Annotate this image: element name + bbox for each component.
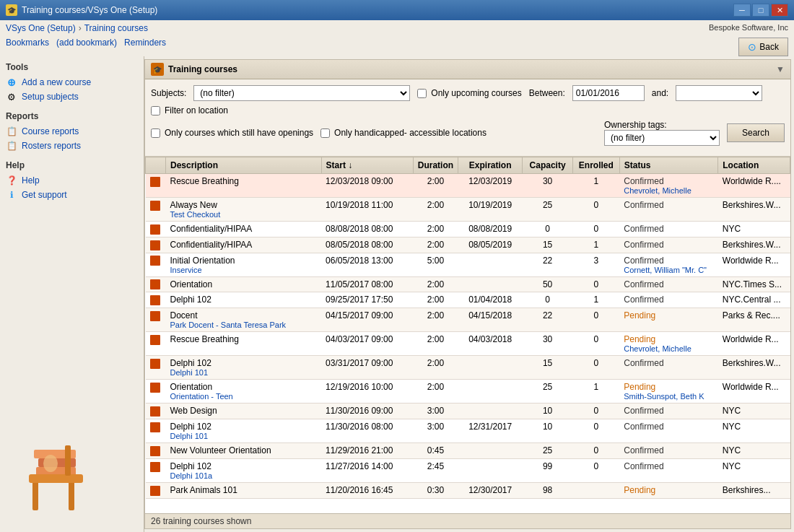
reminders-link[interactable]: Reminders	[124, 38, 166, 48]
table-row[interactable]: Docent Park Docent - Santa Teresa Park 0…	[146, 308, 790, 332]
col-enrolled[interactable]: Enrolled	[572, 157, 619, 174]
between-date-input[interactable]	[572, 85, 645, 101]
close-button[interactable]: ✕	[771, 4, 788, 17]
table-row[interactable]: Delphi 102 Delphi 101 11/30/2016 08:00 3…	[146, 419, 790, 443]
only-openings-checkbox[interactable]	[151, 128, 160, 138]
table-row[interactable]: Rescue Breathing 04/03/2017 09:00 2:00 0…	[146, 332, 790, 356]
status-main: Confirmed	[624, 358, 714, 368]
row-description-cell: Initial Orientation Inservice	[166, 253, 322, 276]
table-row[interactable]: Initial Orientation Inservice 06/05/2018…	[146, 253, 790, 276]
breadcrumb-current[interactable]: Training courses	[84, 23, 148, 33]
table-row[interactable]: Delphi 102 Delphi 101a 11/27/2016 14:00 …	[146, 458, 790, 482]
table-row[interactable]: Confidentiality/HIPAA 08/08/2018 08:00 2…	[146, 222, 790, 237]
course-reports-link[interactable]: Course reports	[22, 126, 79, 136]
search-button[interactable]: Search	[727, 123, 785, 142]
only-upcoming-checkbox[interactable]	[417, 89, 427, 98]
table-row[interactable]: Always New Test Checkout 10/19/2018 11:0…	[146, 198, 790, 222]
panel-expand-icon[interactable]: ▼	[776, 64, 785, 74]
course-main-name[interactable]: Web Design	[170, 406, 318, 416]
course-main-name[interactable]: Always New	[170, 200, 318, 210]
course-main-name[interactable]: Docent	[170, 310, 318, 320]
rosters-reports-link[interactable]: Rosters reports	[22, 141, 81, 151]
row-icon-cell	[146, 237, 166, 253]
filter-location-checkbox[interactable]	[151, 106, 160, 115]
subjects-select[interactable]: (no filter)	[193, 85, 410, 101]
course-main-name[interactable]: Orientation	[170, 279, 318, 289]
row-icon-cell	[146, 253, 166, 276]
sidebar-item-setup-subjects[interactable]: ⚙ Setup subjects	[6, 91, 138, 103]
course-main-name[interactable]: Delphi 102	[170, 461, 318, 471]
row-icon-cell	[146, 482, 166, 498]
sidebar-item-help[interactable]: ❓ Help	[6, 175, 138, 186]
row-duration-cell: 2:00	[413, 356, 458, 380]
get-support-link[interactable]: Get support	[22, 190, 67, 200]
row-status-cell: Confirmed	[619, 404, 718, 419]
course-main-name[interactable]: Initial Orientation	[170, 256, 318, 266]
row-location-cell: Berkshires.W...	[718, 237, 790, 253]
course-sub-name[interactable]: Test Checkout	[170, 210, 318, 219]
table-row[interactable]: Delphi 102 Delphi 101 03/31/2017 09:00 2…	[146, 356, 790, 380]
row-start-cell: 11/30/2016 09:00	[321, 404, 413, 419]
course-main-name[interactable]: Confidentiality/HIPAA	[170, 224, 318, 234]
course-sub-name[interactable]: Orientation - Teen	[170, 392, 318, 401]
back-button[interactable]: ⊙ Back	[738, 38, 788, 56]
course-sub-name[interactable]: Delphi 101a	[170, 471, 318, 480]
course-main-name[interactable]: Confidentiality/HIPAA	[170, 240, 318, 250]
maximize-button[interactable]: □	[752, 4, 769, 17]
sidebar-item-roster-reports[interactable]: 📋 Rosters reports	[6, 140, 138, 152]
course-main-name[interactable]: Rescue Breathing	[170, 176, 318, 186]
row-expiration-cell: 01/04/2018	[458, 292, 523, 308]
sidebar-item-course-reports[interactable]: 📋 Course reports	[6, 126, 138, 137]
table-row[interactable]: Orientation 11/05/2017 08:00 2:00 50 0 C…	[146, 276, 790, 292]
status-sub[interactable]: Chevrolet, Michelle	[624, 186, 714, 195]
only-accessible-checkbox[interactable]	[320, 128, 330, 138]
minimize-button[interactable]: ─	[733, 4, 751, 17]
table-row[interactable]: Park Animals 101 11/20/2016 16:45 0:30 1…	[146, 482, 790, 498]
col-duration[interactable]: Duration	[413, 157, 458, 174]
row-status-cell: Confirmed	[619, 419, 718, 443]
table-row[interactable]: Rescue Breathing 12/03/2018 09:00 2:00 1…	[146, 174, 790, 198]
course-main-name[interactable]: New Volunteer Orientation	[170, 445, 318, 455]
row-duration-cell: 5:00	[413, 253, 458, 276]
sidebar-item-add-course[interactable]: ⊕ Add a new course	[6, 77, 138, 88]
status-sub[interactable]: Chevrolet, Michelle	[624, 344, 714, 353]
table-row[interactable]: Delphi 102 09/25/2017 17:50 2:00 01/04/2…	[146, 292, 790, 308]
only-upcoming-label: Only upcoming courses	[417, 88, 521, 98]
and-date-select[interactable]	[676, 85, 762, 101]
add-course-link[interactable]: Add a new course	[22, 77, 91, 87]
breadcrumb-root[interactable]: VSys One (Setup)	[6, 23, 76, 33]
course-main-name[interactable]: Delphi 102	[170, 358, 318, 368]
add-bookmark-link[interactable]: (add bookmark)	[56, 38, 117, 48]
course-main-name[interactable]: Rescue Breathing	[170, 334, 318, 344]
course-sub-name[interactable]: Delphi 101	[170, 432, 318, 440]
course-sub-name[interactable]: Inservice	[170, 266, 318, 274]
table-row[interactable]: Orientation Orientation - Teen 12/19/201…	[146, 380, 790, 404]
col-capacity[interactable]: Capacity	[523, 157, 573, 174]
bookmarks-link[interactable]: Bookmarks	[6, 38, 49, 48]
table-row[interactable]: New Volunteer Orientation 11/29/2016 21:…	[146, 443, 790, 459]
col-start[interactable]: Start ↓	[321, 157, 413, 174]
table-row[interactable]: Web Design 11/30/2016 09:00 3:00 10 0 Co…	[146, 404, 790, 419]
status-main: Confirmed	[624, 279, 714, 289]
course-sub-name[interactable]: Delphi 101	[170, 368, 318, 377]
col-description[interactable]: Description	[166, 157, 322, 174]
sidebar-item-get-support[interactable]: ℹ Get support	[6, 189, 138, 201]
ownership-select[interactable]: (no filter)	[604, 130, 720, 146]
course-main-name[interactable]: Orientation	[170, 382, 318, 392]
col-location[interactable]: Location	[718, 157, 790, 174]
table-header-row: Description Start ↓ Duration Expiration …	[146, 157, 790, 174]
table-row[interactable]: Confidentiality/HIPAA 08/05/2018 08:00 2…	[146, 237, 790, 253]
status-sub[interactable]: Smith-Sunspot, Beth K	[624, 392, 714, 401]
course-main-name[interactable]: Delphi 102	[170, 295, 318, 305]
status-sub[interactable]: Cornett, William "Mr. C"	[624, 266, 714, 274]
course-main-name[interactable]: Delphi 102	[170, 422, 318, 432]
col-expiration[interactable]: Expiration	[458, 157, 523, 174]
col-status[interactable]: Status	[619, 157, 718, 174]
row-description-cell: Rescue Breathing	[166, 332, 322, 356]
course-sub-name[interactable]: Park Docent - Santa Teresa Park	[170, 320, 318, 329]
help-link[interactable]: Help	[22, 175, 40, 186]
row-start-cell: 09/25/2017 17:50	[321, 292, 413, 308]
setup-subjects-link[interactable]: Setup subjects	[22, 92, 79, 102]
course-main-name[interactable]: Park Animals 101	[170, 485, 318, 495]
row-enrolled-cell: 0	[572, 356, 619, 380]
